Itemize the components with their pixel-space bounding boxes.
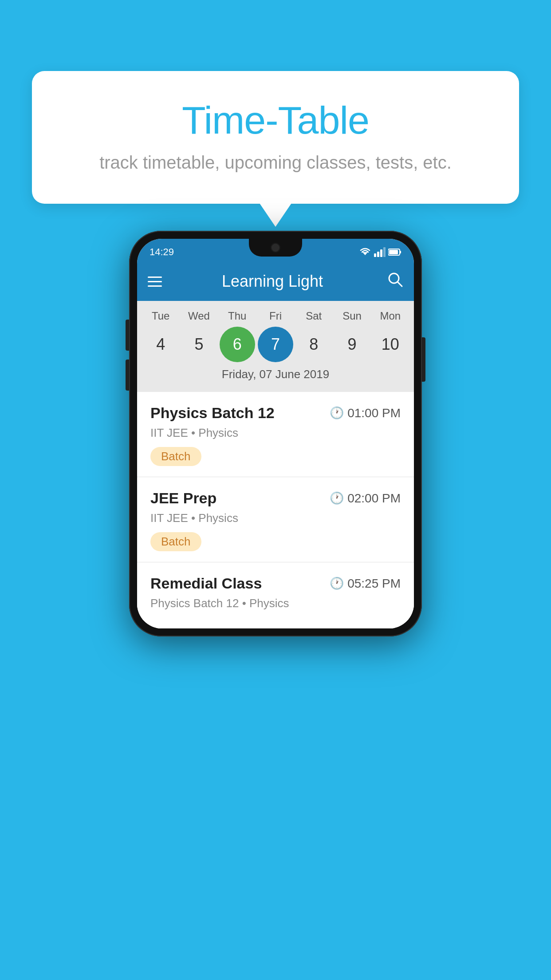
class-time-1: 🕐 01:00 PM [330,406,401,420]
class-item-2[interactable]: JEE Prep 🕐 02:00 PM IIT JEE • Physics Ba… [137,477,414,562]
class-name-2: JEE Prep [150,490,216,507]
class-item-3[interactable]: Remedial Class 🕐 05:25 PM Physics Batch … [137,562,414,628]
status-time: 14:29 [150,246,174,258]
day-7-selected[interactable]: 7 [258,327,293,362]
day-numbers: 4 5 6 7 8 9 10 [137,327,414,362]
class-list: Physics Batch 12 🕐 01:00 PM IIT JEE • Ph… [137,392,414,628]
volume-up-button [126,320,129,351]
front-camera [271,243,280,253]
day-8[interactable]: 8 [296,327,331,362]
phone-mockup: 14:29 [129,231,422,636]
svg-marker-0 [362,252,368,255]
svg-rect-6 [400,251,401,253]
batch-badge-2: Batch [150,532,201,551]
speech-bubble: Time-Table track timetable, upcoming cla… [32,71,519,204]
class-subject-1: IIT JEE • Physics [150,426,401,440]
day-label-sun: Sun [335,310,370,322]
volume-down-button [126,360,129,391]
wifi-icon [359,247,371,257]
svg-rect-4 [383,247,386,257]
power-button [422,337,425,382]
class-name-1: Physics Batch 12 [150,404,275,422]
day-label-thu: Thu [220,310,255,322]
day-label-wed: Wed [181,310,216,322]
status-icons [359,247,401,257]
day-9[interactable]: 9 [335,327,370,362]
class-name-3: Remedial Class [150,575,262,592]
app-title: Learning Light [171,272,374,291]
clock-icon-2: 🕐 [330,491,344,505]
day-label-sat: Sat [296,310,331,322]
batch-badge-1: Batch [150,447,201,466]
bubble-title: Time-Table [63,98,488,143]
calendar-strip: Tue Wed Thu Fri Sat Sun Mon 4 5 6 7 8 9 … [137,301,414,392]
search-button[interactable] [387,272,403,291]
svg-line-9 [398,282,402,286]
day-label-mon: Mon [373,310,408,322]
phone-screen: 14:29 [137,239,414,628]
day-5[interactable]: 5 [181,327,216,362]
day-label-fri: Fri [258,310,293,322]
class-subject-3: Physics Batch 12 • Physics [150,597,401,610]
class-time-3: 🕐 05:25 PM [330,577,401,591]
clock-icon-1: 🕐 [330,406,344,420]
day-4[interactable]: 4 [143,327,178,362]
clock-icon-3: 🕐 [330,577,344,590]
selected-date-label: Friday, 07 June 2019 [137,368,414,387]
bubble-subtitle: track timetable, upcoming classes, tests… [63,153,488,173]
app-header: Learning Light [137,262,414,301]
svg-rect-2 [377,252,379,257]
day-label-tue: Tue [143,310,178,322]
class-item-1[interactable]: Physics Batch 12 🕐 01:00 PM IIT JEE • Ph… [137,392,414,477]
signal-icon [374,247,386,257]
day-10[interactable]: 10 [373,327,408,362]
day-labels: Tue Wed Thu Fri Sat Sun Mon [137,310,414,322]
battery-icon [388,248,401,256]
class-subject-2: IIT JEE • Physics [150,511,401,525]
svg-rect-3 [380,249,382,257]
svg-rect-7 [389,250,398,254]
class-time-2: 🕐 02:00 PM [330,491,401,506]
day-6-today[interactable]: 6 [220,327,255,362]
menu-button[interactable] [148,277,162,287]
svg-rect-1 [374,253,376,257]
phone-notch [249,239,302,257]
